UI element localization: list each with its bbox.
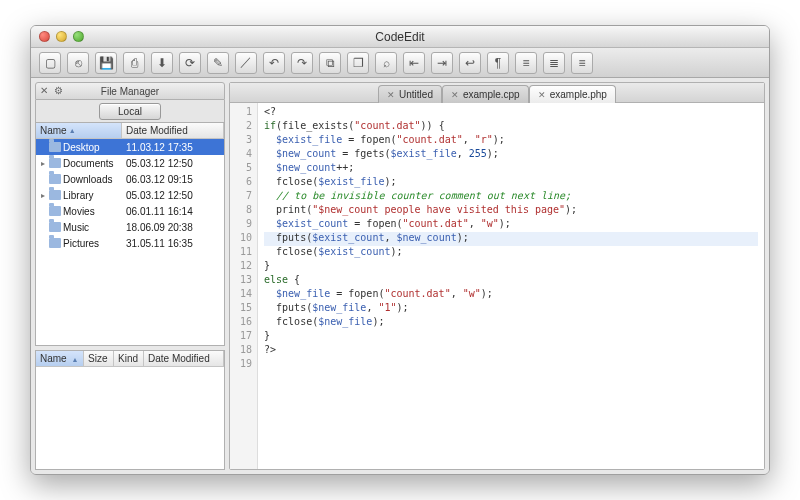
editor-tab[interactable]: ✕example.php [529, 85, 616, 103]
detail-column-name[interactable]: Name ▲ [36, 351, 84, 366]
code-text[interactable]: <?if(file_exists("count.dat")) { $exist_… [258, 103, 764, 469]
line-number: 12 [230, 260, 257, 274]
file-date: 11.03.12 17:35 [122, 142, 224, 153]
file-name: Library [63, 190, 94, 201]
line-number: 1 [230, 106, 257, 120]
reload-button[interactable]: ⟳ [179, 52, 201, 74]
file-list-header: Name ▲ Date Modified [36, 123, 224, 139]
code-line: fclose($new_file); [264, 316, 758, 330]
file-row[interactable]: Downloads06.03.12 09:15 [36, 171, 224, 187]
file-row[interactable]: Desktop11.03.12 17:35 [36, 139, 224, 155]
pilcrow-button[interactable]: ¶ [487, 52, 509, 74]
file-row[interactable]: ▸Documents05.03.12 12:50 [36, 155, 224, 171]
code-line: } [264, 330, 758, 344]
column-date-modified[interactable]: Date Modified [122, 123, 224, 138]
editor-tabs-bar: ✕Untitled✕example.cpp✕example.php [230, 83, 764, 103]
window-title: CodeEdit [31, 30, 769, 44]
code-area[interactable]: 12345678910111213141516171819 <?if(file_… [230, 103, 764, 469]
line-number: 16 [230, 316, 257, 330]
code-line: $exist_file = fopen("count.dat", "r"); [264, 134, 758, 148]
line-number: 4 [230, 148, 257, 162]
editor-tab[interactable]: ✕example.cpp [442, 85, 529, 103]
find-button[interactable]: ⌕ [375, 52, 397, 74]
panel-settings-icon[interactable]: ⚙ [54, 85, 63, 96]
editor-tab[interactable]: ✕Untitled [378, 85, 442, 103]
file-name: Desktop [63, 142, 100, 153]
tab-close-icon[interactable]: ✕ [451, 90, 459, 100]
redo-button[interactable]: ↷ [291, 52, 313, 74]
line-number: 10 [230, 232, 257, 246]
folder-icon [49, 142, 61, 152]
line-number: 7 [230, 190, 257, 204]
file-name: Documents [63, 158, 114, 169]
folder-icon [49, 158, 61, 168]
file-manager-title: File Manager [101, 86, 159, 97]
file-date: 18.06.09 20:38 [122, 222, 224, 233]
tab-label: example.cpp [463, 89, 520, 100]
line-number: 19 [230, 358, 257, 372]
tab-close-icon[interactable]: ✕ [538, 90, 546, 100]
detail-column-kind[interactable]: Kind [114, 351, 144, 366]
edit-button[interactable]: ✎ [207, 52, 229, 74]
file-name: Pictures [63, 238, 99, 249]
code-line: else { [264, 274, 758, 288]
file-detail-header: Name ▲ Size Kind Date Modified [36, 351, 224, 367]
highlight-button[interactable]: ／ [235, 52, 257, 74]
save-file-button[interactable]: 💾 [95, 52, 117, 74]
disclosure-triangle-icon[interactable]: ▸ [39, 191, 47, 200]
file-date: 06.01.11 16:14 [122, 206, 224, 217]
editor-pane: ✕Untitled✕example.cpp✕example.php 123456… [229, 82, 765, 470]
indent-button[interactable]: ⇥ [431, 52, 453, 74]
duplicate-button[interactable]: ❐ [347, 52, 369, 74]
location-local-button[interactable]: Local [99, 103, 161, 120]
new-file-button[interactable]: ▢ [39, 52, 61, 74]
open-file-button[interactable]: ⎋ [67, 52, 89, 74]
copy-button[interactable]: ⧉ [319, 52, 341, 74]
detail-column-date[interactable]: Date Modified [144, 351, 224, 366]
code-line: } [264, 260, 758, 274]
sort-indicator-icon: ▲ [69, 127, 76, 134]
file-row[interactable]: ▸Library05.03.12 12:50 [36, 187, 224, 203]
align-center-button[interactable]: ≣ [543, 52, 565, 74]
file-row[interactable]: Movies06.01.11 16:14 [36, 203, 224, 219]
align-right-button[interactable]: ≡ [571, 52, 593, 74]
disclosure-triangle-icon[interactable]: ▸ [39, 159, 47, 168]
code-line: $new_count = fgets($exist_file, 255); [264, 148, 758, 162]
file-detail-pane: Name ▲ Size Kind Date Modified [35, 350, 225, 470]
file-row[interactable]: Music18.06.09 20:38 [36, 219, 224, 235]
line-number: 8 [230, 204, 257, 218]
code-line: ?> [264, 344, 758, 358]
align-left-button[interactable]: ≡ [515, 52, 537, 74]
toolbar: ▢⎋💾⎙⬇⟳✎／↶↷⧉❐⌕⇤⇥↩¶≡≣≡ [31, 48, 769, 78]
column-name[interactable]: Name ▲ [36, 123, 122, 138]
line-number: 18 [230, 344, 257, 358]
code-line: fclose($exist_file); [264, 176, 758, 190]
save-all-button[interactable]: ⎙ [123, 52, 145, 74]
file-row[interactable]: Pictures31.05.11 16:35 [36, 235, 224, 251]
location-segment-bar: Local [35, 100, 225, 122]
code-line: fputs($new_file, "1"); [264, 302, 758, 316]
save-as-button[interactable]: ⬇ [151, 52, 173, 74]
folder-icon [49, 190, 61, 200]
line-number: 13 [230, 274, 257, 288]
outdent-button[interactable]: ⇤ [403, 52, 425, 74]
line-number: 6 [230, 176, 257, 190]
tab-label: example.php [550, 89, 607, 100]
line-number: 15 [230, 302, 257, 316]
file-list: Name ▲ Date Modified Desktop11.03.12 17:… [35, 122, 225, 346]
code-line: // to be invisible counter comment out n… [264, 190, 758, 204]
sort-indicator-icon: ▲ [71, 356, 78, 363]
line-number: 14 [230, 288, 257, 302]
panel-close-icon[interactable]: ✕ [40, 85, 48, 96]
detail-column-size[interactable]: Size [84, 351, 114, 366]
wrap-button[interactable]: ↩ [459, 52, 481, 74]
code-line: if(file_exists("count.dat")) { [264, 120, 758, 134]
code-line: $new_count++; [264, 162, 758, 176]
file-manager-sidebar: ✕ ⚙ File Manager Local Name ▲ Date Modif… [35, 82, 225, 470]
code-line: $new_file = fopen("count.dat", "w"); [264, 288, 758, 302]
line-number: 3 [230, 134, 257, 148]
folder-icon [49, 222, 61, 232]
file-name: Downloads [63, 174, 112, 185]
tab-close-icon[interactable]: ✕ [387, 90, 395, 100]
undo-button[interactable]: ↶ [263, 52, 285, 74]
